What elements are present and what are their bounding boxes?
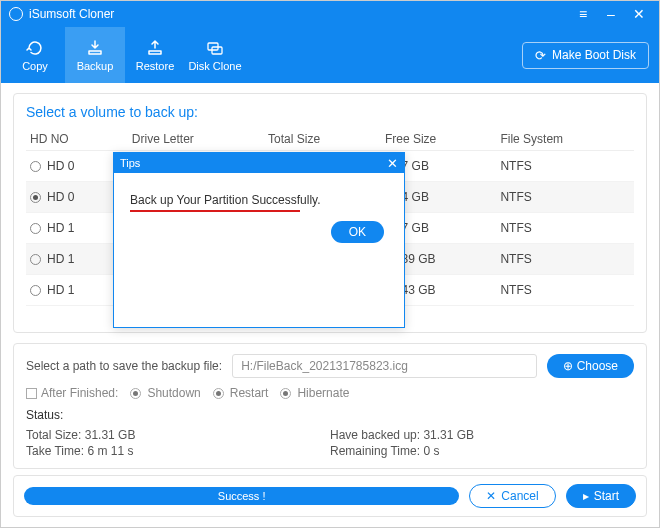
close-button[interactable]: ✕ — [627, 2, 651, 26]
toolbar-item-copy[interactable]: Copy — [5, 27, 65, 83]
radio-icon — [30, 192, 41, 203]
opt-restart[interactable]: Restart — [213, 386, 269, 400]
path-label: Select a path to save the backup file: — [26, 359, 222, 373]
progress-bar: Success ! — [24, 487, 459, 505]
cancel-button[interactable]: ✕ Cancel — [469, 484, 555, 508]
col-drive: Drive Letter — [128, 128, 264, 151]
status-block: Status: Total Size: 31.31 GB Take Time: … — [26, 408, 634, 460]
toolbar-item-restore[interactable]: Restore — [125, 27, 185, 83]
toolbar-label: Backup — [77, 60, 114, 72]
tips-dialog: Tips ✕ Back up Your Partition Successful… — [113, 152, 405, 328]
toolbar: Copy Backup Restore Disk Clone ⟳ Make Bo… — [1, 27, 659, 83]
radio-icon — [30, 285, 41, 296]
after-row: After Finished: Shutdown Restart Hiberna… — [26, 386, 634, 400]
dialog-titlebar: Tips ✕ — [114, 153, 404, 173]
col-hd: HD NO — [26, 128, 128, 151]
toolbar-item-backup[interactable]: Backup — [65, 27, 125, 83]
start-button[interactable]: ▸ Start — [566, 484, 636, 508]
col-fs: File System — [496, 128, 634, 151]
path-row: Select a path to save the backup file: ⊕… — [26, 354, 634, 378]
col-free: Free Size — [381, 128, 497, 151]
make-boot-label: Make Boot Disk — [552, 48, 636, 62]
toolbar-item-diskclone[interactable]: Disk Clone — [185, 27, 245, 83]
app-logo-icon — [9, 7, 23, 21]
restore-icon — [145, 38, 165, 58]
app-title: iSumsoft Cloner — [29, 7, 567, 21]
dialog-ok-button[interactable]: OK — [331, 221, 384, 243]
settings-icon[interactable]: ≡ — [571, 2, 595, 26]
choose-button[interactable]: ⊕ Choose — [547, 354, 634, 378]
cancel-label: Cancel — [501, 489, 538, 503]
boot-icon: ⟳ — [535, 48, 546, 63]
underline-decoration — [130, 210, 300, 212]
col-total: Total Size — [264, 128, 381, 151]
opt-hibernate[interactable]: Hibernate — [280, 386, 349, 400]
bottom-bar: Success ! ✕ Cancel ▸ Start — [13, 475, 647, 517]
status-backed: Have backed up: 31.31 GB — [330, 428, 634, 442]
backup-icon — [85, 38, 105, 58]
toolbar-label: Disk Clone — [188, 60, 241, 72]
diskclone-icon — [205, 38, 225, 58]
radio-icon — [213, 388, 224, 399]
radio-icon — [30, 161, 41, 172]
make-boot-disk-button[interactable]: ⟳ Make Boot Disk — [522, 42, 649, 69]
radio-icon — [30, 223, 41, 234]
status-remaining: Remaining Time: 0 s — [330, 444, 634, 458]
titlebar: iSumsoft Cloner ≡ – ✕ — [1, 1, 659, 27]
volumes-title: Select a volume to back up: — [26, 104, 634, 120]
radio-icon — [30, 254, 41, 265]
toolbar-label: Copy — [22, 60, 48, 72]
options-panel: Select a path to save the backup file: ⊕… — [13, 343, 647, 469]
status-title: Status: — [26, 408, 634, 422]
opt-shutdown[interactable]: Shutdown — [130, 386, 200, 400]
dialog-close-button[interactable]: ✕ — [387, 156, 398, 171]
radio-icon — [130, 388, 141, 399]
status-total-size: Total Size: 31.31 GB — [26, 428, 330, 442]
path-input[interactable] — [232, 354, 537, 378]
dialog-message: Back up Your Partition Successfully. — [130, 193, 388, 207]
start-icon: ▸ — [583, 489, 589, 503]
choose-label: Choose — [577, 359, 618, 373]
plus-icon: ⊕ — [563, 359, 573, 373]
dialog-title: Tips — [120, 157, 387, 169]
cancel-icon: ✕ — [486, 489, 496, 503]
start-label: Start — [594, 489, 619, 503]
toolbar-label: Restore — [136, 60, 175, 72]
copy-icon — [25, 38, 45, 58]
minimize-button[interactable]: – — [599, 2, 623, 26]
status-take-time: Take Time: 6 m 11 s — [26, 444, 330, 458]
radio-icon — [280, 388, 291, 399]
after-checkbox[interactable] — [26, 388, 37, 399]
after-label: After Finished: — [41, 386, 118, 400]
